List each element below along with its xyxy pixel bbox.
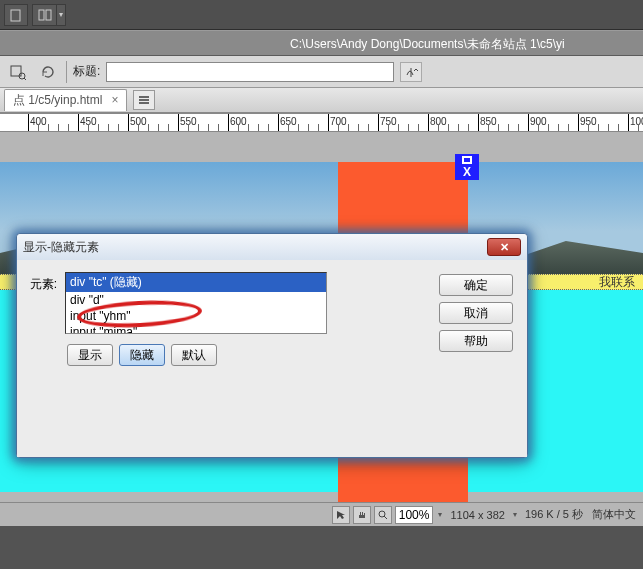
- divider: [66, 61, 67, 83]
- element-marker[interactable]: X: [455, 154, 479, 180]
- yellow-strip-text: 我联系: [599, 275, 635, 289]
- svg-line-5: [24, 78, 26, 80]
- svg-rect-2: [46, 10, 51, 20]
- encoding-label: 简体中文: [589, 507, 639, 522]
- svg-rect-6: [139, 96, 149, 98]
- elements-listbox[interactable]: div "tc" (隐藏)div "d"input "yhm"input "mi…: [65, 272, 327, 334]
- document-path-bar: C:\Users\Andy Dong\Documents\未命名站点 1\c5\…: [0, 30, 643, 56]
- chevron-down-icon[interactable]: ▾: [511, 510, 519, 519]
- selector-tool-button[interactable]: [332, 506, 350, 524]
- toolbar-new-button[interactable]: [4, 4, 28, 26]
- refresh-button[interactable]: [36, 61, 60, 83]
- chevron-down-icon: ▾: [56, 4, 66, 26]
- dialog-close-button[interactable]: ✕: [487, 238, 521, 256]
- chevron-down-icon[interactable]: ▾: [436, 510, 444, 519]
- svg-line-10: [384, 516, 387, 519]
- ime-button[interactable]: [400, 62, 422, 82]
- help-button[interactable]: 帮助: [439, 330, 513, 352]
- canvas-dimensions: 1104 x 382: [447, 509, 507, 521]
- status-bar: 100% ▾ 1104 x 382 ▾ 196 K / 5 秒 简体中文: [0, 502, 643, 526]
- svg-rect-7: [139, 99, 149, 101]
- ok-button[interactable]: 确定: [439, 274, 513, 296]
- svg-rect-8: [139, 102, 149, 104]
- inspect-button[interactable]: [6, 61, 30, 83]
- bottom-panel: [0, 526, 643, 569]
- document-path-text: C:\Users\Andy Dong\Documents\未命名站点 1\c5\…: [290, 37, 565, 51]
- toolbar-layout-dropdown[interactable]: ▾: [32, 4, 66, 26]
- title-input[interactable]: [106, 62, 394, 82]
- list-item[interactable]: input "mima": [66, 324, 326, 334]
- title-toolbar: 标题:: [0, 56, 643, 88]
- svg-rect-0: [11, 10, 20, 21]
- app-toolbar: ▾: [0, 0, 643, 30]
- elements-label: 元素:: [27, 272, 57, 334]
- filesize-time: 196 K / 5 秒: [522, 507, 586, 522]
- close-icon[interactable]: ×: [111, 93, 118, 107]
- list-item[interactable]: div "d": [66, 292, 326, 308]
- zoom-level-field[interactable]: 100%: [395, 506, 434, 524]
- marker-icon: [462, 156, 472, 164]
- marker-label: X: [463, 165, 471, 179]
- show-button[interactable]: 显示: [67, 344, 113, 366]
- document-tab[interactable]: 点 1/c5/yinp.html ×: [4, 89, 127, 111]
- show-hide-elements-dialog: 显示-隐藏元素 ✕ 元素: div "tc" (隐藏)div "d"input …: [16, 233, 528, 458]
- cancel-button[interactable]: 取消: [439, 302, 513, 324]
- document-tab-row: 点 1/c5/yinp.html ×: [0, 88, 643, 114]
- document-tab-label: 点 1/c5/yinp.html: [13, 93, 102, 107]
- horizontal-ruler: 4004505005506006507007508008509009501000: [0, 114, 643, 132]
- svg-rect-1: [39, 10, 44, 20]
- title-label: 标题:: [73, 63, 100, 80]
- list-item[interactable]: input "yhm": [66, 308, 326, 324]
- dialog-title-text: 显示-隐藏元素: [23, 239, 99, 256]
- zoom-tool-button[interactable]: [374, 506, 392, 524]
- list-item[interactable]: div "tc" (隐藏): [66, 273, 326, 292]
- zoom-value: 100%: [399, 508, 430, 522]
- hide-button[interactable]: 隐藏: [119, 344, 165, 366]
- tab-options-button[interactable]: [133, 90, 155, 110]
- default-button[interactable]: 默认: [171, 344, 217, 366]
- hand-tool-button[interactable]: [353, 506, 371, 524]
- dialog-titlebar[interactable]: 显示-隐藏元素 ✕: [17, 234, 527, 260]
